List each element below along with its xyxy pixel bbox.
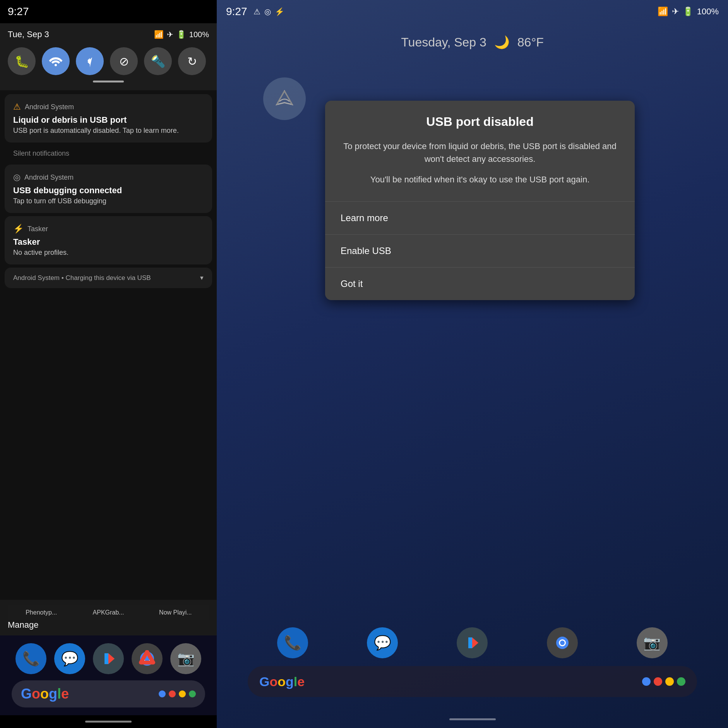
dialog-body-1: To protect your device from liquid or de… bbox=[341, 140, 619, 165]
left-phone-screen: 9:27 Tue, Sep 3 📶 ✈ 🔋 100% 🐛 bbox=[0, 0, 217, 728]
left-home-indicator bbox=[0, 715, 217, 728]
right-dock-messages[interactable]: 💬 bbox=[367, 627, 398, 658]
right-home-indicator bbox=[449, 718, 496, 720]
left-dock-row: 📞 💬 📷 bbox=[12, 643, 205, 674]
thumb-nowplay: Now Playi... bbox=[142, 605, 209, 620]
right-airplane-icon: ✈ bbox=[672, 7, 679, 17]
left-date: Tue, Sep 3 bbox=[8, 29, 49, 39]
bluetooth-toggle[interactable] bbox=[76, 47, 104, 75]
pull-handle bbox=[93, 81, 124, 82]
notif-title-1: Liquid or debris in USB port bbox=[13, 115, 204, 125]
left-time: 9:27 bbox=[8, 5, 29, 18]
arc-launcher-icon[interactable] bbox=[263, 77, 306, 120]
moon-icon: 🌙 bbox=[494, 35, 510, 50]
notif-usb-debris[interactable]: ⚠ Android System Liquid or debris in USB… bbox=[5, 94, 212, 143]
quick-settings-panel: Tue, Sep 3 📶 ✈ 🔋 100% 🐛 bbox=[0, 23, 217, 90]
notif-title-2: USB debugging connected bbox=[13, 185, 204, 196]
notification-area: ⚠ Android System Liquid or debris in USB… bbox=[0, 90, 217, 600]
battery-percent: 100% bbox=[189, 30, 209, 39]
right-date-row: Tuesday, Sep 3 🌙 86°F bbox=[217, 35, 728, 50]
dnd-toggle[interactable]: ⊘ bbox=[110, 47, 138, 75]
search-dots bbox=[159, 690, 196, 697]
dialog-actions: Learn more Enable USB Got it bbox=[325, 201, 635, 300]
notif-body-3: No active profiles. bbox=[13, 249, 204, 257]
right-google-logo: Google bbox=[259, 674, 305, 689]
usb-port-disabled-dialog: USB port disabled To protect your device… bbox=[325, 101, 635, 300]
dock-chrome[interactable] bbox=[132, 643, 163, 674]
svg-point-14 bbox=[560, 640, 565, 645]
notif-tasker[interactable]: ⚡ Tasker Tasker No active profiles. bbox=[5, 216, 212, 264]
thumb-apkgrab: APKGrab... bbox=[75, 605, 142, 620]
dock-camera[interactable]: 📷 bbox=[170, 643, 201, 674]
app-thumbnails: Phenotyp... APKGrab... Now Playi... bbox=[8, 605, 209, 620]
right-warning-icon: ⚠ bbox=[254, 7, 260, 16]
right-dock-play[interactable] bbox=[457, 627, 488, 658]
warning-icon: ⚠ bbox=[13, 102, 21, 112]
right-status-center-icons: ⚠ ◎ ⚡ bbox=[254, 7, 284, 16]
svg-marker-10 bbox=[472, 637, 478, 648]
notif-body-2: Tap to turn off USB debugging bbox=[13, 197, 204, 205]
left-status-bar: 9:27 bbox=[0, 0, 217, 23]
left-status-icons-right: 📶 ✈ 🔋 100% bbox=[154, 30, 209, 39]
notif-source-2: Android System bbox=[24, 173, 74, 182]
dialog-content: USB port disabled To protect your device… bbox=[325, 101, 635, 201]
right-temperature: 86°F bbox=[517, 35, 544, 50]
right-search-dots bbox=[642, 677, 685, 686]
right-battery-percent: 100% bbox=[697, 7, 719, 17]
notif-source-1: Android System bbox=[25, 103, 74, 111]
airplane-status-icon: ✈ bbox=[167, 30, 173, 39]
battery-status-icon: 🔋 bbox=[176, 30, 186, 39]
right-dock-area: 📞 💬 📷 Google bbox=[217, 627, 728, 697]
charging-text: Android System • Charging this device vi… bbox=[13, 274, 151, 282]
dock-messages[interactable]: 💬 bbox=[54, 643, 85, 674]
learn-more-button[interactable]: Learn more bbox=[325, 202, 635, 235]
notif-source-3: Tasker bbox=[27, 225, 48, 233]
dialog-title: USB port disabled bbox=[341, 115, 619, 129]
right-dock-phone[interactable]: 📞 bbox=[277, 627, 308, 658]
right-dock-camera[interactable]: 📷 bbox=[637, 627, 668, 658]
right-battery-icon: 🔋 bbox=[683, 7, 693, 17]
right-flash-icon: ⚡ bbox=[275, 7, 284, 16]
wifi-toggle[interactable] bbox=[42, 47, 70, 75]
debug-icon: ◎ bbox=[13, 172, 21, 182]
svg-point-0 bbox=[55, 64, 57, 66]
google-logo: Google bbox=[21, 686, 69, 702]
flashlight-toggle[interactable]: 🔦 bbox=[144, 47, 172, 75]
dialog-body-2: You'll be notified when it's okay to use… bbox=[341, 173, 619, 186]
manage-bar: Phenotyp... APKGrab... Now Playi... Mana… bbox=[0, 600, 217, 635]
manage-label: Manage bbox=[8, 620, 39, 630]
right-status-right: 📶 ✈ 🔋 100% bbox=[658, 7, 719, 17]
notif-title-3: Tasker bbox=[13, 237, 204, 247]
chevron-down-icon: ▾ bbox=[200, 274, 204, 282]
right-debug-icon: ◎ bbox=[264, 7, 271, 16]
got-it-button[interactable]: Got it bbox=[325, 268, 635, 300]
right-dock-row: 📞 💬 📷 bbox=[248, 627, 697, 658]
tasker-icon: ⚡ bbox=[13, 224, 24, 234]
silent-notifications-label: Silent notifications bbox=[5, 146, 212, 161]
notif-charging[interactable]: Android System • Charging this device vi… bbox=[5, 268, 212, 288]
dock-play[interactable] bbox=[93, 643, 124, 674]
wifi-status-icon: 📶 bbox=[154, 30, 164, 39]
svg-marker-3 bbox=[108, 653, 115, 664]
enable-usb-button[interactable]: Enable USB bbox=[325, 235, 635, 268]
right-search-bar[interactable]: Google bbox=[248, 666, 697, 697]
dock-phone[interactable]: 📞 bbox=[15, 643, 46, 674]
notif-usb-debug[interactable]: ◎ Android System USB debugging connected… bbox=[5, 165, 212, 213]
right-status-bar: 9:27 ⚠ ◎ ⚡ 📶 ✈ 🔋 100% bbox=[217, 0, 728, 23]
bug-report-toggle[interactable]: 🐛 bbox=[8, 47, 36, 75]
right-wifi-icon: 📶 bbox=[658, 7, 668, 17]
left-dock: 📞 💬 📷 Go bbox=[0, 635, 217, 715]
right-date: Tuesday, Sep 3 bbox=[401, 35, 486, 50]
left-search-bar[interactable]: Google bbox=[12, 680, 205, 707]
notif-body-1: USB port is automatically disabled. Tap … bbox=[13, 127, 204, 135]
right-time: 9:27 bbox=[226, 5, 247, 18]
sync-toggle[interactable]: ↻ bbox=[178, 47, 206, 75]
thumb-phenotype: Phenotyp... bbox=[8, 605, 75, 620]
right-dock-chrome[interactable] bbox=[547, 627, 578, 658]
quick-icons-row: 🐛 ⊘ 🔦 ↻ bbox=[8, 47, 209, 75]
right-phone-screen: 9:27 ⚠ ◎ ⚡ 📶 ✈ 🔋 100% Tuesday, Sep 3 🌙 8… bbox=[217, 0, 728, 728]
